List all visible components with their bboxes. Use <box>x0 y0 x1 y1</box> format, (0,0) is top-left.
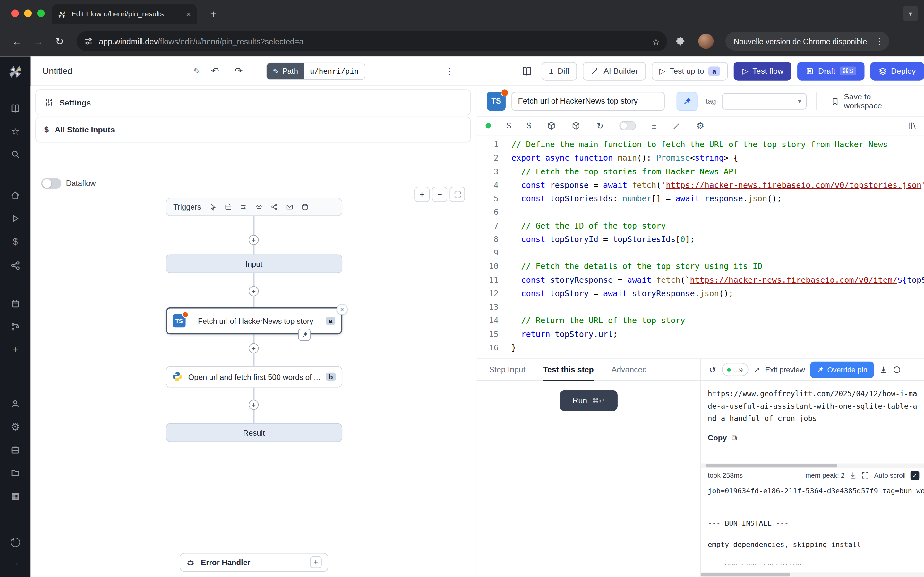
maximize-window-button[interactable] <box>37 9 45 17</box>
expand-logs-icon[interactable] <box>862 471 869 479</box>
step-b-node[interactable]: Open url and fetch first 500 words of ..… <box>166 366 342 387</box>
windmill-logo[interactable] <box>9 65 22 78</box>
log-bottom-scrollbar[interactable] <box>701 572 924 577</box>
sidebar-schedules-icon[interactable] <box>11 299 20 308</box>
tab-close-icon[interactable]: × <box>186 10 191 18</box>
sidebar-variables-icon[interactable]: $ <box>13 236 18 246</box>
sidebar-flows-icon[interactable] <box>11 322 20 332</box>
sidebar-folders-icon[interactable] <box>10 468 20 478</box>
address-bar[interactable]: app.windmill.dev/flows/edit/u/henri/pin_… <box>77 31 667 51</box>
ai-builder-button[interactable]: AI Builder <box>583 61 646 81</box>
bookmark-star-icon[interactable]: ☆ <box>652 37 660 46</box>
remove-step-button[interactable]: × <box>336 304 348 315</box>
chrome-menu-icon[interactable]: ⋮ <box>873 37 886 45</box>
reload-button[interactable]: ↻ <box>51 32 68 50</box>
step-a-node[interactable]: TS Fetch url of HackerNews top story a <box>166 308 342 334</box>
dependencies-icon[interactable] <box>572 121 581 130</box>
sidebar-runs-icon[interactable] <box>11 214 20 223</box>
flow-name-field[interactable]: Untitled ✎ <box>42 66 200 76</box>
sidebar-apps-icon[interactable]: ▦ <box>11 490 19 501</box>
reset-icon[interactable]: ↻ <box>597 121 604 130</box>
http-route-trigger-icon[interactable] <box>240 203 248 211</box>
profile-avatar[interactable] <box>698 34 714 49</box>
edit-name-pencil-icon[interactable]: ✎ <box>194 67 200 75</box>
history-icon[interactable]: ↺ <box>709 365 716 374</box>
manual-trigger-icon[interactable] <box>209 203 217 211</box>
sidebar-favorites-icon[interactable]: ☆ <box>11 126 19 137</box>
sidebar-search-icon[interactable] <box>11 150 20 159</box>
minimize-window-button[interactable] <box>24 9 32 17</box>
browser-tab[interactable]: Edit Flow u/henri/pin_results × <box>52 4 197 24</box>
path-editor[interactable]: ✎ Path u/henri/pin <box>266 62 365 80</box>
add-error-handler-button[interactable]: + <box>310 556 322 568</box>
exit-preview-button[interactable]: Exit preview <box>765 366 805 374</box>
variables-icon[interactable]: $ <box>507 122 511 129</box>
override-pin-button[interactable]: Override pin <box>810 361 874 378</box>
log-output[interactable]: job=019634fd-e186-211f-5364-d3e4385d57f9… <box>701 482 924 564</box>
tab-advanced[interactable]: Advanced <box>612 359 647 380</box>
resources-icon[interactable]: $ <box>527 122 531 129</box>
path-value[interactable]: u/henri/pin <box>304 63 365 79</box>
settings-accordion[interactable]: Settings <box>35 89 471 115</box>
sidebar-account-icon[interactable] <box>10 399 20 409</box>
editor-settings-icon[interactable]: ⚙ <box>696 121 704 130</box>
draft-button[interactable]: Draft ⌘S <box>798 61 865 81</box>
run-button[interactable]: Run ⌘↵ <box>560 390 618 411</box>
sidebar-settings-icon[interactable]: ⚙ <box>11 421 20 433</box>
site-settings-icon[interactable] <box>84 37 93 46</box>
dataflow-toggle[interactable] <box>41 178 61 189</box>
editor-toggle[interactable] <box>620 121 636 130</box>
tab-test-this-step[interactable]: Test this step <box>543 359 594 380</box>
sidebar-expand-icon[interactable]: → <box>11 557 20 567</box>
test-up-to-button[interactable]: ▷ Test up to a <box>652 61 728 81</box>
tab-step-input[interactable]: Step Input <box>489 359 525 380</box>
all-static-inputs-accordion[interactable]: $ All Static Inputs <box>35 117 471 143</box>
schedule-trigger-icon[interactable] <box>225 203 232 211</box>
diff-button[interactable]: ± Diff <box>541 61 577 81</box>
redo-button[interactable]: ↷ <box>230 62 247 80</box>
fit-view-button[interactable] <box>449 187 465 202</box>
error-handler-node[interactable]: Error Handler + <box>180 553 328 572</box>
undo-button[interactable]: ↶ <box>206 62 224 80</box>
log-horizontal-scrollbar[interactable] <box>701 464 924 468</box>
email-trigger-icon[interactable] <box>286 203 294 211</box>
input-node[interactable]: Input <box>166 254 342 273</box>
insert-step-button[interactable]: + <box>249 286 258 296</box>
library-icon[interactable] <box>908 121 917 130</box>
download-result-icon[interactable] <box>879 366 887 374</box>
pin-step-toggle[interactable] <box>677 92 698 111</box>
back-button[interactable]: ← <box>8 32 26 50</box>
insert-step-button[interactable]: + <box>249 400 258 410</box>
sidebar-add-icon[interactable]: + <box>13 344 18 356</box>
test-flow-button[interactable]: ▷ Test flow <box>734 61 792 81</box>
insert-step-button[interactable]: + <box>249 235 258 245</box>
deploy-button[interactable]: Deploy <box>871 61 924 81</box>
forward-button[interactable]: → <box>29 32 47 50</box>
step-title-input[interactable] <box>511 92 665 111</box>
save-to-workspace-button[interactable]: Save to workspace <box>826 92 914 111</box>
extensions-icon[interactable] <box>675 36 685 46</box>
sidebar-resources-icon[interactable] <box>10 261 20 271</box>
more-options-button[interactable]: ⋮ <box>442 63 457 79</box>
auto-scroll-checkbox[interactable]: ✓ <box>911 471 919 480</box>
database-trigger-icon[interactable] <box>301 203 309 211</box>
job-id-chip[interactable]: ...9 <box>722 363 748 376</box>
node-pin-button[interactable] <box>298 329 310 341</box>
docs-book-button[interactable] <box>518 62 535 80</box>
new-tab-button[interactable]: + <box>205 6 221 22</box>
kafka-trigger-icon[interactable] <box>270 203 278 211</box>
tab-search-chevron-button[interactable]: ▾ <box>903 6 918 21</box>
result-node[interactable]: Result <box>166 424 342 442</box>
ai-assist-icon[interactable] <box>672 121 681 130</box>
zoom-in-button[interactable]: + <box>414 187 430 202</box>
triggers-node[interactable]: Triggers <box>166 198 342 216</box>
sidebar-home-icon[interactable] <box>10 190 20 200</box>
insert-step-button[interactable]: + <box>249 343 258 353</box>
chrome-update-button[interactable]: Nouvelle version de Chrome disponible ⋮ <box>725 32 889 51</box>
sidebar-workers-icon[interactable] <box>10 445 20 455</box>
code-editor[interactable]: 1// Define the main function to fetch th… <box>477 135 924 358</box>
package-icon[interactable] <box>547 121 556 130</box>
download-logs-icon[interactable] <box>849 471 857 479</box>
close-window-button[interactable] <box>11 9 19 17</box>
sidebar-help-icon[interactable]: ? <box>11 538 20 547</box>
